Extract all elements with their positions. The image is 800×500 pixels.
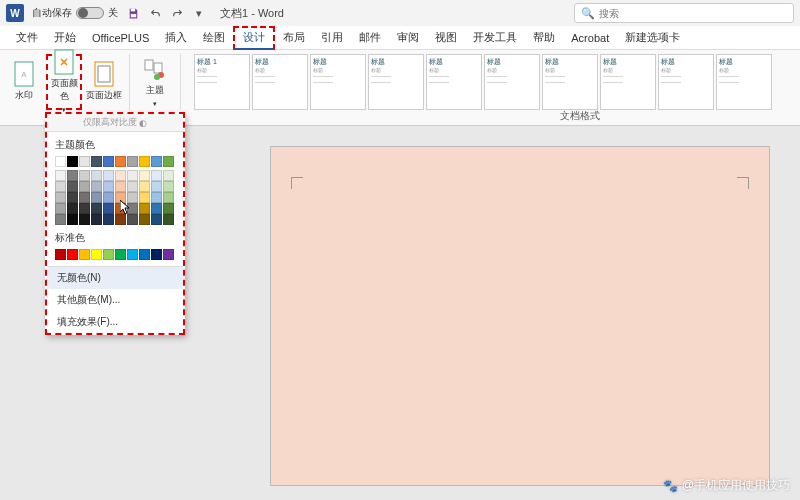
tab-新建选项卡[interactable]: 新建选项卡 <box>617 26 688 50</box>
redo-icon[interactable] <box>170 6 184 20</box>
color-swatch[interactable] <box>127 192 138 203</box>
tab-插入[interactable]: 插入 <box>157 26 195 50</box>
color-swatch[interactable] <box>163 181 174 192</box>
color-swatch[interactable] <box>55 249 66 260</box>
color-swatch[interactable] <box>91 170 102 181</box>
theme-preview[interactable]: 标题 1标题―――――――― <box>194 54 250 110</box>
color-swatch[interactable] <box>79 192 90 203</box>
color-swatch[interactable] <box>163 192 174 203</box>
color-swatch[interactable] <box>163 170 174 181</box>
color-swatch[interactable] <box>79 203 90 214</box>
color-swatch[interactable] <box>139 249 150 260</box>
watermark-button[interactable]: A 水印 <box>6 54 42 110</box>
tab-邮件[interactable]: 邮件 <box>351 26 389 50</box>
tab-布局[interactable]: 布局 <box>275 26 313 50</box>
theme-preview[interactable]: 标题标题―――――――― <box>368 54 424 110</box>
page-color-button[interactable]: 页面颜色 ▾ <box>46 54 82 110</box>
color-swatch[interactable] <box>115 203 126 214</box>
color-swatch[interactable] <box>79 181 90 192</box>
color-swatch[interactable] <box>163 249 174 260</box>
color-swatch[interactable] <box>127 249 138 260</box>
color-swatch[interactable] <box>151 156 162 167</box>
color-swatch[interactable] <box>139 192 150 203</box>
color-swatch[interactable] <box>139 181 150 192</box>
color-swatch[interactable] <box>127 156 138 167</box>
color-swatch[interactable] <box>67 214 78 225</box>
tab-开发工具[interactable]: 开发工具 <box>465 26 525 50</box>
color-swatch[interactable] <box>103 181 114 192</box>
color-swatch[interactable] <box>115 181 126 192</box>
save-icon[interactable] <box>126 6 140 20</box>
tab-文件[interactable]: 文件 <box>8 26 46 50</box>
search-input[interactable] <box>599 8 787 19</box>
color-swatch[interactable] <box>55 181 66 192</box>
theme-preview[interactable]: 标题标题―――――――― <box>716 54 772 110</box>
color-swatch[interactable] <box>55 192 66 203</box>
color-swatch[interactable] <box>127 203 138 214</box>
color-swatch[interactable] <box>79 214 90 225</box>
color-swatch[interactable] <box>91 192 102 203</box>
no-color-item[interactable]: 无颜色(N) <box>47 267 183 289</box>
theme-button[interactable]: 主题 ▾ <box>137 54 173 110</box>
color-swatch[interactable] <box>127 181 138 192</box>
color-swatch[interactable] <box>55 203 66 214</box>
color-swatch[interactable] <box>139 170 150 181</box>
customize-qat-icon[interactable]: ▾ <box>192 6 206 20</box>
color-swatch[interactable] <box>67 170 78 181</box>
color-swatch[interactable] <box>115 156 126 167</box>
color-swatch[interactable] <box>163 214 174 225</box>
color-swatch[interactable] <box>151 249 162 260</box>
color-swatch[interactable] <box>67 203 78 214</box>
color-swatch[interactable] <box>79 156 90 167</box>
color-swatch[interactable] <box>127 170 138 181</box>
tab-审阅[interactable]: 审阅 <box>389 26 427 50</box>
color-swatch[interactable] <box>139 156 150 167</box>
color-swatch[interactable] <box>67 249 78 260</box>
tab-开始[interactable]: 开始 <box>46 26 84 50</box>
theme-preview[interactable]: 标题标题―――――――― <box>658 54 714 110</box>
color-swatch[interactable] <box>55 214 66 225</box>
color-swatch[interactable] <box>115 192 126 203</box>
tab-引用[interactable]: 引用 <box>313 26 351 50</box>
color-swatch[interactable] <box>91 214 102 225</box>
theme-preview[interactable]: 标题标题―――――――― <box>542 54 598 110</box>
tab-设计[interactable]: 设计 <box>233 26 275 50</box>
page-border-button[interactable]: 页面边框 <box>86 54 122 110</box>
theme-preview[interactable]: 标题标题―――――――― <box>426 54 482 110</box>
color-swatch[interactable] <box>91 249 102 260</box>
color-swatch[interactable] <box>91 203 102 214</box>
color-swatch[interactable] <box>151 181 162 192</box>
color-swatch[interactable] <box>115 249 126 260</box>
color-swatch[interactable] <box>151 170 162 181</box>
color-swatch[interactable] <box>103 192 114 203</box>
color-swatch[interactable] <box>67 181 78 192</box>
theme-gallery[interactable]: 标题 1标题――――――――标题标题――――――――标题标题――――――――标题… <box>194 54 772 110</box>
color-swatch[interactable] <box>163 203 174 214</box>
search-box[interactable]: 🔍 <box>574 3 794 23</box>
color-swatch[interactable] <box>103 170 114 181</box>
tab-绘图[interactable]: 绘图 <box>195 26 233 50</box>
undo-icon[interactable] <box>148 6 162 20</box>
fill-effects-item[interactable]: 填充效果(F)... <box>47 311 183 333</box>
color-swatch[interactable] <box>139 214 150 225</box>
page[interactable] <box>270 146 770 486</box>
tab-视图[interactable]: 视图 <box>427 26 465 50</box>
color-swatch[interactable] <box>103 203 114 214</box>
tab-OfficePLUS[interactable]: OfficePLUS <box>84 26 157 50</box>
color-swatch[interactable] <box>55 170 66 181</box>
color-swatch[interactable] <box>91 156 102 167</box>
color-swatch[interactable] <box>139 203 150 214</box>
color-swatch[interactable] <box>115 170 126 181</box>
color-swatch[interactable] <box>115 214 126 225</box>
color-swatch[interactable] <box>91 181 102 192</box>
more-colors-item[interactable]: 其他颜色(M)... <box>47 289 183 311</box>
theme-preview[interactable]: 标题标题―――――――― <box>310 54 366 110</box>
theme-preview[interactable]: 标题标题―――――――― <box>600 54 656 110</box>
color-swatch[interactable] <box>67 192 78 203</box>
color-swatch[interactable] <box>103 156 114 167</box>
tab-帮助[interactable]: 帮助 <box>525 26 563 50</box>
color-swatch[interactable] <box>151 192 162 203</box>
tab-Acrobat[interactable]: Acrobat <box>563 26 617 50</box>
color-swatch[interactable] <box>79 249 90 260</box>
color-swatch[interactable] <box>163 156 174 167</box>
